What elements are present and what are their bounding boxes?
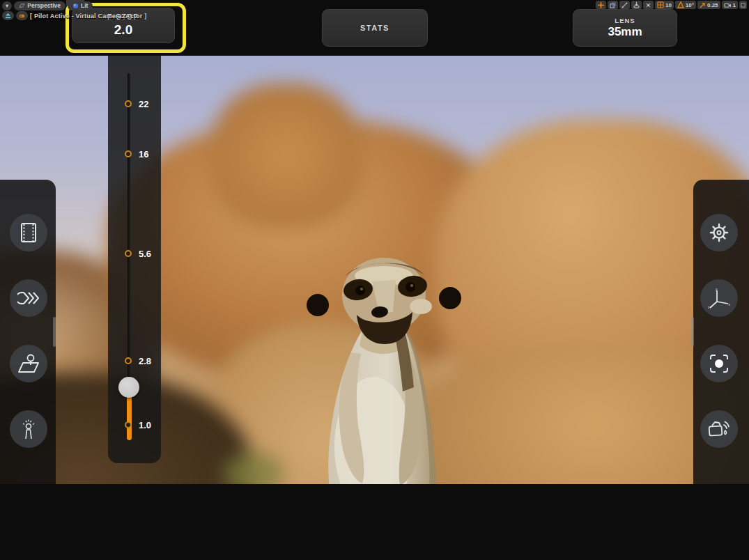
world-icon	[610, 2, 616, 8]
left-toolbar	[0, 180, 56, 484]
fstop-slider-handle[interactable]	[118, 377, 139, 398]
fstop-value: 2.0	[114, 22, 132, 38]
fstop-tick-dot	[125, 421, 132, 428]
rotation-snap-icon	[677, 1, 684, 8]
fstop-tick-label: 1.0	[139, 420, 151, 430]
grid-snap-button[interactable]: 10	[655, 1, 674, 9]
ruler-icon	[621, 2, 628, 8]
fstop-slider[interactable]: 22165.62.81.0	[108, 56, 161, 463]
fstop-tick-label: 16	[139, 149, 148, 160]
right-toolbar: y x z	[693, 180, 749, 484]
tool-icon	[19, 13, 25, 19]
focus-button[interactable]	[700, 345, 738, 382]
perspective-button[interactable]: Perspective	[14, 1, 65, 10]
camera-stream-icon	[707, 419, 731, 440]
stats-button[interactable]: STATS	[322, 9, 428, 47]
pilot-status-row: [ Pilot Active - Virtual Camera2Actor ]	[2, 11, 146, 20]
lens-value: 35mm	[608, 25, 642, 39]
svg-text:y: y	[716, 287, 718, 291]
viewport-options-dropdown[interactable]: ▾	[2, 1, 12, 10]
actor-icon	[20, 418, 38, 440]
vertex-snap-button[interactable]	[643, 1, 654, 9]
fstop-tick-dot	[125, 250, 132, 257]
surface-snap-icon	[633, 2, 640, 8]
right-panel-drag-handle[interactable]	[691, 317, 694, 347]
fstop-tick-label: 2.8	[139, 356, 151, 366]
sequencer-button[interactable]	[10, 214, 47, 251]
lens-control[interactable]: LENS 35mm	[573, 9, 677, 47]
locations-button[interactable]	[10, 345, 47, 382]
stats-label: STATS	[360, 24, 389, 32]
settings-button[interactable]	[700, 214, 738, 251]
scale-snap-icon	[700, 2, 706, 8]
bottom-bar: TIMECODE 11:19:01:22 SCENE TAKE	[0, 484, 749, 560]
camera-speed-value: 1	[733, 2, 736, 8]
fstop-tick-label: 5.6	[139, 249, 151, 259]
lens-label: LENS	[615, 17, 635, 24]
svg-text:z: z	[708, 305, 710, 309]
viewport-toolbar: ▾ Perspective Lit	[2, 1, 93, 10]
fstop-tick-dot	[125, 100, 132, 107]
gizmo-icon	[598, 2, 604, 8]
perspective-icon	[19, 3, 25, 9]
camera-speed-button[interactable]: 1	[722, 1, 738, 9]
grid-size-value: 10	[665, 2, 672, 8]
surface-snap-button[interactable]	[631, 1, 642, 9]
eject-icon	[5, 13, 11, 19]
top-bar: ▾ Perspective Lit [ Pilot Active - Virtu…	[0, 0, 749, 56]
transform-gizmo-button[interactable]	[596, 1, 606, 9]
actor-select-button[interactable]	[10, 410, 47, 448]
maximize-viewport-button[interactable]	[739, 1, 747, 9]
focus-reticle-icon	[709, 353, 729, 374]
scale-snap-value: 0.25	[707, 2, 718, 8]
film-strip-icon	[20, 222, 38, 243]
motion-button[interactable]	[10, 279, 47, 317]
axes-button[interactable]: y x z	[700, 279, 738, 317]
map-pin-icon	[17, 353, 40, 374]
vcam-app: ▾ Perspective Lit [ Pilot Active - Virtu…	[0, 0, 749, 560]
maximize-icon	[741, 3, 746, 8]
left-panel-drag-handle[interactable]	[53, 317, 56, 347]
ruler-button[interactable]	[619, 1, 630, 9]
gear-icon	[709, 222, 729, 243]
eject-pilot-button[interactable]	[2, 11, 14, 20]
world-local-button[interactable]	[608, 1, 618, 9]
camera-tool-button[interactable]	[16, 11, 28, 20]
meerkat-subject	[284, 248, 465, 484]
grid-snap-icon	[657, 1, 664, 8]
axes-icon: y x z	[707, 287, 731, 309]
lit-sphere-icon	[72, 3, 79, 9]
rotation-snap-button[interactable]: 10°	[675, 1, 696, 9]
scale-snap-button[interactable]: 0.25	[697, 1, 720, 9]
vertex-snap-icon	[645, 2, 651, 8]
fstop-tick-dot	[125, 150, 132, 157]
chevrons-icon	[17, 291, 40, 305]
camera-output-button[interactable]	[700, 410, 738, 448]
fstop-tick-label: 22	[139, 99, 148, 109]
snap-toolbar: 10 10° 0.25 1	[596, 1, 747, 9]
camera-speed-icon	[724, 2, 732, 8]
rotation-snap-value: 10°	[686, 2, 694, 8]
lit-mode-button[interactable]: Lit	[68, 1, 93, 10]
pilot-active-label: [ Pilot Active - Virtual Camera2Actor ]	[30, 13, 146, 20]
fstop-tick-dot	[125, 357, 132, 364]
svg-text:x: x	[729, 302, 731, 306]
